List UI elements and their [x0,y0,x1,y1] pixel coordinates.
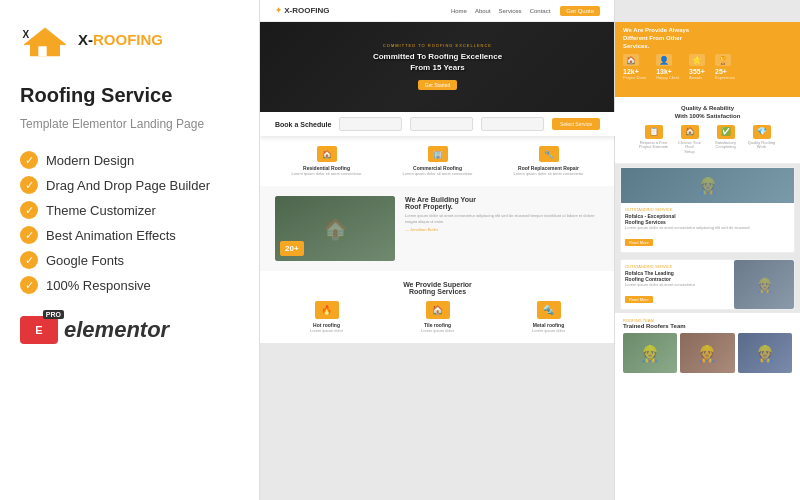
mock-about-author: — Jonathan Butler [405,227,600,232]
mock-stats-row: 🏠 12k+ Project Done 👤 13k+ Happy Client … [623,54,792,80]
mock-service-card-2: 🏢 Commercial Roofing Lorem ipsum dolor s… [386,146,489,176]
mock-hero-title: Committed To Roofing ExcellenceFrom 15 Y… [373,52,502,73]
mock-roofing-cta-2[interactable]: Read More [625,296,653,303]
mock-service-card-3: 🔧 Roof Replacement Repair Lorem ipsum do… [497,146,600,176]
logo-icon: X [20,20,70,60]
left-panel: X X-ROOFING Roofing Service Template Ele… [0,0,260,500]
mock-quality-title: Quality & ReabilityWith 100% Satisfactio… [623,105,792,121]
mock-stat-3: ⭐ 355+ Awards [689,54,705,80]
mock-roofing-title-2: Rofalca The LeadingRoofing Contractor [625,270,727,282]
mock-stat-label-4: Experience [715,75,735,80]
mock-hero-cta[interactable]: Get Started [418,80,458,90]
mock-stat-icon-2: 👤 [656,54,672,66]
mock-sup-text-2: Lorem ipsum dolor [386,328,489,333]
mock-sup-icon-1: 🔥 [315,301,339,319]
preview-left: ✦ X-ROOFING Home About Services Contact … [260,0,615,500]
mock-quality-label-2: Choose Your RoofSetup [675,141,705,155]
mock-about-section: 🏠 20+ We Are Building YourRoof Properly.… [260,186,615,271]
svg-marker-0 [24,28,66,45]
mock-about-title: We Are Building YourRoof Properly. [405,196,600,210]
mock-quality-icons: 📋 Request a FreeProject Estimate 🏠 Choos… [623,125,792,155]
mock-roofing-card-2-inner: OUTSTANDING SERVICE Rofalca The LeadingR… [621,260,794,309]
mock-stat-num-2: 13k+ [656,68,672,75]
mock-service-icon-3: 🔧 [539,146,559,162]
svg-text:X: X [23,29,30,40]
mock-stat-2: 👤 13k+ Happy Client [656,54,679,80]
mock-quality-icon-2: 🏠 Choose Your RoofSetup [675,125,705,155]
feature-modern-design: ✓ Modern Design [20,151,239,169]
mock-team-photo-2: 👷 [680,333,734,373]
feature-animation-effects: ✓ Best Animation Effects [20,226,239,244]
mock-roofing-card-1: 👷 OUTSTANDING SERVICE Rofalca - Exceptio… [620,167,795,253]
feature-responsive: ✓ 100% Responsive [20,276,239,294]
mock-form-input-3[interactable] [481,117,544,131]
website-mockup: ✦ X-ROOFING Home About Services Contact … [260,0,800,500]
mock-roofing-text-1: Lorem ipsum dolor sit amet consectetur a… [625,225,790,230]
logo-area: X X-ROOFING [20,20,239,60]
mock-sup-icon-3: 🔩 [537,301,561,319]
mock-team-photo-3: 👷 [738,333,792,373]
mock-form-bar: Book a Schedule Select Service [260,112,615,136]
mock-quality-circle-4: 💎 [753,125,771,139]
logo-text: X-ROOFING [78,31,163,49]
mock-form-cta[interactable]: Select Service [552,118,600,130]
mock-stat-label-1: Project Done [623,75,646,80]
elementor-badge: E PRO elementor [20,316,239,344]
mock-service-text-3: Lorem ipsum dolor sit amet consectetur [497,171,600,176]
pro-badge: PRO [43,310,64,319]
mock-sup-card-2: 🏠 Tile roofing Lorem ipsum dolor [386,301,489,333]
mock-team-section: ROOFING TEAM Trained Roofers Team 👷 👷 👷 [615,313,800,500]
mock-nav: Home About Services Contact [451,8,550,14]
logo-roofing: ROOFING [93,31,163,48]
mock-stat-4: 🏆 25+ Experience [715,54,735,80]
product-title: Roofing Service [20,84,239,107]
right-preview-panel: We Are Provide AlwaysDifferent From Othe… [615,0,800,500]
mock-stat-icon-4: 🏆 [715,54,731,66]
mock-form-input-1[interactable] [339,117,402,131]
mock-roofing-card-img-2: 👷 [734,260,794,309]
mock-sup-card-1: 🔥 Hot roofing Lorem ipsum dolor [275,301,378,333]
mock-header-cta[interactable]: Get Quote [560,6,600,16]
mock-quality-icon-3: ✅ SatisfactoryCompleting [711,125,741,155]
right-panel: ✦ X-ROOFING Home About Services Contact … [260,0,800,500]
mock-quality-circle-1: 📋 [645,125,663,139]
mock-hero-subtitle: COMMITTED TO ROOFING EXCELLENCE [373,43,502,48]
check-icon-5: ✓ [20,251,38,269]
mock-hero-content: COMMITTED TO ROOFING EXCELLENCE Committe… [373,43,502,91]
mock-roofing-card-body-1: OUTSTANDING SERVICE Rofalca - Exceptiona… [621,203,794,252]
mock-service-card-1: 🏠 Residential Roofing Lorem ipsum dolor … [275,146,378,176]
mock-team-photos: 👷 👷 👷 [623,333,792,373]
check-icon-1: ✓ [20,151,38,169]
feature-google-fonts: ✓ Google Fonts [20,251,239,269]
mock-roofing-title-1: Rofalca - ExceptionalRoofing Services [625,213,790,225]
mock-stat-label-3: Awards [689,75,702,80]
check-icon-4: ✓ [20,226,38,244]
check-icon-6: ✓ [20,276,38,294]
mock-form-input-2[interactable] [410,117,473,131]
mock-stat-num-4: 25+ [715,68,727,75]
mock-service-text-1: Lorem ipsum dolor sit amet consectetur [275,171,378,176]
feature-list: ✓ Modern Design ✓ Drag And Drop Page Bui… [20,151,239,294]
mock-about-image: 🏠 20+ [275,196,395,261]
mock-team-photo-1: 👷 [623,333,677,373]
mock-about-overlay: 20+ [280,241,304,256]
mock-hero: COMMITTED TO ROOFING EXCELLENCE Committe… [260,22,615,112]
svg-rect-2 [38,46,46,56]
mock-quality-label-3: SatisfactoryCompleting [711,141,741,151]
mock-quality-label-4: Quality RoofingWork [747,141,777,151]
mock-roofing-cta-1[interactable]: Read More [625,239,653,246]
mock-stat-icon-3: ⭐ [689,54,705,66]
mock-quality-label-1: Request a FreeProject Estimate [639,141,669,151]
mock-roofing-label-1: OUTSTANDING SERVICE [625,207,790,212]
mock-logo-small: ✦ X-ROOFING [275,6,330,15]
mock-team-title: Trained Roofers Team [623,323,792,329]
mock-stat-icon-1: 🏠 [623,54,639,66]
elementor-icon: E PRO [20,316,58,344]
mock-stat-num-1: 12k+ [623,68,639,75]
feature-theme-customizer: ✓ Theme Customizer [20,201,239,219]
mock-stats-title: We Are Provide AlwaysDifferent From Othe… [623,27,792,50]
mock-about-number: 20+ [285,244,299,253]
mock-services-row: 🏠 Residential Roofing Lorem ipsum dolor … [260,136,615,186]
mock-about-content: We Are Building YourRoof Properly. Lorem… [405,196,600,261]
mock-sup-icon-2: 🏠 [426,301,450,319]
